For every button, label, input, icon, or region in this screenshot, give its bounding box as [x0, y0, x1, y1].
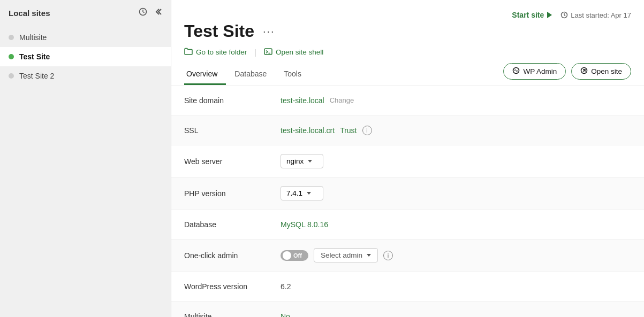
site-title-row: Test Site ···: [184, 21, 631, 41]
open-site-shell-label: Open site shell: [276, 48, 323, 56]
value-ssl: test-site.local.crt Trust i: [281, 126, 631, 135]
last-started: Last started: Apr 17: [560, 11, 631, 19]
terminal-icon: [264, 48, 272, 57]
row-multisite: Multisite No: [171, 301, 644, 317]
sidebar-header-icons: [139, 7, 162, 18]
wp-admin-button[interactable]: WP Admin: [503, 63, 566, 80]
main-panel: Start site Last started: Apr 17 Test Sit…: [171, 0, 644, 317]
domain-value: test-site.local: [281, 96, 324, 105]
select-admin-dropdown[interactable]: Select admin: [314, 248, 378, 262]
tab-database[interactable]: Database: [232, 64, 275, 85]
chevron-left-icon: [154, 7, 162, 18]
site-actions: Go to site folder | Open site shell: [184, 45, 631, 59]
go-to-folder-label: Go to site folder: [196, 48, 247, 56]
row-php-version: PHP version 7.4.1: [171, 177, 644, 210]
toggle-circle: [283, 251, 291, 260]
tab-overview[interactable]: Overview: [184, 64, 226, 85]
sidebar-item-label: Test Site 2: [19, 72, 54, 80]
arrow-right-icon: [547, 12, 552, 18]
go-to-folder-link[interactable]: Go to site folder: [184, 45, 247, 59]
chevron-down-icon: [367, 254, 371, 257]
value-site-domain: test-site.local Change: [281, 96, 631, 105]
value-database: MySQL 8.0.16: [281, 220, 631, 229]
value-one-click-admin: Off Select admin i: [281, 248, 631, 262]
one-click-admin-info-icon[interactable]: i: [383, 251, 393, 260]
start-site-button[interactable]: Start site: [512, 11, 552, 19]
clock-small-icon: [560, 11, 568, 19]
sidebar-item-test-site[interactable]: Test Site: [0, 47, 171, 66]
main-header: Start site Last started: Apr 17 Test Sit…: [171, 0, 644, 86]
row-wp-version: WordPress version 6.2: [171, 272, 644, 301]
label-web-server: Web server: [184, 157, 281, 166]
label-multisite: Multisite: [184, 312, 281, 317]
site-status-dot: [9, 35, 14, 40]
label-php-version: PHP version: [184, 189, 281, 198]
page-title: Test Site: [184, 21, 254, 41]
label-wp-version: WordPress version: [184, 282, 281, 291]
wp-admin-label: WP Admin: [523, 67, 557, 75]
value-php-version: 7.4.1: [281, 186, 631, 200]
label-site-domain: Site domain: [184, 96, 281, 105]
site-status-dot: [9, 54, 14, 59]
sidebar-item-label: Test Site: [19, 52, 50, 61]
row-database: Database MySQL 8.0.16: [171, 210, 644, 239]
value-web-server: nginx: [281, 154, 631, 168]
overview-content: Site domain test-site.local Change SSL t…: [171, 86, 644, 317]
site-list: Multisite Test Site Test Site 2: [0, 26, 171, 88]
database-value: MySQL 8.0.16: [281, 220, 328, 229]
multisite-value: No: [281, 312, 290, 317]
svg-rect-2: [264, 49, 272, 55]
action-separator: |: [254, 48, 256, 57]
collapse-button[interactable]: [154, 7, 162, 18]
history-button[interactable]: [139, 7, 147, 18]
site-status-dot: [9, 73, 14, 79]
tab-actions: WP Admin Open site: [503, 63, 631, 85]
clock-icon: [139, 7, 147, 18]
toggle-label: Off: [293, 252, 302, 259]
select-admin-label: Select admin: [321, 251, 362, 259]
tabs: Overview Database Tools: [184, 64, 316, 85]
more-options-button[interactable]: ···: [261, 25, 277, 37]
chevron-down-icon: [307, 192, 311, 195]
row-site-domain: Site domain test-site.local Change: [171, 86, 644, 115]
sidebar-item-label: Multisite: [19, 33, 47, 42]
last-started-text: Last started: Apr 17: [571, 11, 631, 19]
open-site-label: Open site: [591, 67, 622, 75]
start-site-label: Start site: [512, 11, 544, 19]
trust-button[interactable]: Trust: [340, 126, 357, 135]
wp-version-value: 6.2: [281, 282, 291, 291]
folder-icon: [184, 48, 193, 57]
sidebar: Local sites: [0, 0, 171, 317]
sidebar-title: Local sites: [9, 9, 50, 18]
web-server-dropdown[interactable]: nginx: [281, 154, 323, 168]
web-server-value: nginx: [286, 157, 304, 165]
ssl-cert-value: test-site.local.crt: [281, 126, 335, 135]
value-wp-version: 6.2: [281, 282, 631, 291]
row-one-click-admin: One-click admin Off Select admin i: [171, 239, 644, 272]
tab-tools[interactable]: Tools: [282, 64, 310, 85]
php-version-value: 7.4.1: [286, 189, 302, 197]
row-ssl: SSL test-site.local.crt Trust i: [171, 115, 644, 145]
open-site-shell-link[interactable]: Open site shell: [264, 46, 323, 59]
wp-icon: [512, 67, 520, 76]
sidebar-header: Local sites: [0, 0, 171, 26]
value-multisite: No: [281, 312, 631, 317]
php-version-dropdown[interactable]: 7.4.1: [281, 186, 323, 200]
sidebar-item-multisite[interactable]: Multisite: [0, 28, 171, 47]
ssl-info-icon[interactable]: i: [362, 126, 372, 135]
row-web-server: Web server nginx: [171, 145, 644, 177]
tabs-row: Overview Database Tools: [184, 59, 631, 85]
label-one-click-admin: One-click admin: [184, 251, 281, 260]
label-database: Database: [184, 220, 281, 229]
chevron-down-icon: [308, 160, 312, 163]
top-bar: Start site Last started: Apr 17: [184, 11, 631, 19]
sidebar-item-test-site-2[interactable]: Test Site 2: [0, 66, 171, 86]
open-site-button[interactable]: Open site: [571, 63, 631, 80]
label-ssl: SSL: [184, 126, 281, 135]
external-link-icon: [580, 67, 588, 76]
change-domain-link[interactable]: Change: [330, 96, 354, 104]
one-click-admin-toggle[interactable]: Off: [281, 250, 308, 261]
